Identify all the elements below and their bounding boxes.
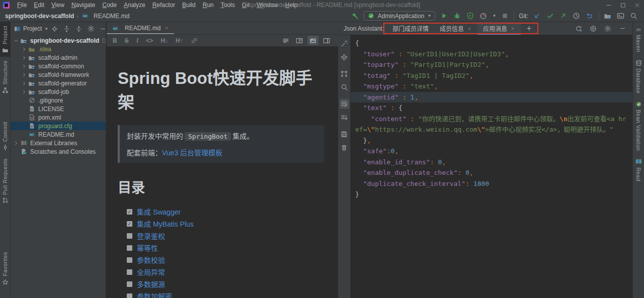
tool-button-structure[interactable]: Structure	[0, 57, 10, 97]
settings-icon[interactable]	[604, 25, 612, 33]
italic-button[interactable]: I	[136, 37, 139, 44]
vcs-commit-icon[interactable]	[546, 12, 554, 20]
menu-navigate[interactable]: Navigate	[68, 1, 99, 10]
toc-link[interactable]: 集成 Swagger	[137, 207, 181, 217]
menu-view[interactable]: View	[48, 1, 68, 10]
collapse-all-icon[interactable]	[75, 25, 83, 33]
chevron-right-icon[interactable]	[21, 46, 28, 52]
build-hammer-icon[interactable]	[351, 12, 359, 20]
menu-analyze[interactable]: Analyze	[120, 1, 149, 10]
refresh-icon[interactable]	[575, 25, 583, 33]
hide-icon[interactable]	[618, 25, 626, 33]
chevron-right-icon[interactable]	[13, 140, 20, 146]
breadcrumb-project[interactable]: springboot-dev-scaffold	[5, 13, 74, 20]
tool-button-bean-validation[interactable]: Bean Validation	[633, 97, 644, 154]
project-panel-title[interactable]: Project	[23, 25, 42, 32]
json-tab-部门成员详情[interactable]: 部门成员详情	[387, 22, 434, 35]
tree-row-scaffold-admin[interactable]: scaffold-admin	[11, 53, 106, 62]
tree-row-scratches-and-consoles[interactable]: Scratches and Consoles	[11, 147, 106, 156]
json-tab-应用消息[interactable]: 应用消息	[477, 22, 521, 35]
hide-icon[interactable]	[99, 25, 106, 33]
tool-button-maven[interactable]: mMaven	[633, 22, 644, 56]
tree-row--idea[interactable]: .idea	[11, 45, 106, 53]
json-editor-content[interactable]: { "touser" : "UserID1|UserID2|UserID3", …	[351, 35, 632, 298]
split-view-button[interactable]	[294, 36, 305, 45]
run-icon[interactable]	[440, 12, 448, 20]
tree-row-pom-xml[interactable]: mpom.xml	[11, 113, 106, 122]
menu-edit[interactable]: Edit	[30, 1, 48, 10]
terminal-icon[interactable]	[616, 12, 625, 20]
strikethrough-button[interactable]: S	[125, 37, 129, 44]
chevron-down-icon[interactable]: ▼	[44, 27, 48, 31]
save-button[interactable]	[340, 129, 349, 139]
collapse-json-button[interactable]	[340, 52, 349, 62]
toc-link[interactable]: 参数校验	[137, 255, 165, 265]
tool-button-pull-requests[interactable]: Pull Requests	[0, 155, 10, 208]
settings-icon[interactable]	[87, 25, 95, 33]
vue3-template-link[interactable]: Vue3 后台管理模板	[162, 149, 222, 157]
editor-only-button[interactable]	[280, 36, 291, 45]
vcs-push-icon[interactable]	[559, 12, 568, 20]
tool-button-read[interactable]: Read	[633, 155, 644, 185]
maximize-button[interactable]	[616, 0, 630, 10]
run-configuration-select[interactable]: AdminApplication ▼	[364, 11, 436, 21]
debug-icon[interactable]	[453, 12, 461, 20]
tree-row-readme-md[interactable]: MDREADME.md	[11, 130, 106, 139]
delete-button[interactable]	[340, 143, 349, 152]
tree-row-scaffold-common[interactable]: scaffold-common	[11, 62, 106, 70]
rollback-icon[interactable]	[585, 12, 594, 20]
breadcrumb-file[interactable]: MD README.md	[81, 12, 129, 20]
code-button[interactable]: <>	[146, 37, 153, 44]
chevron-right-icon[interactable]	[21, 72, 28, 78]
locate-icon[interactable]	[51, 25, 58, 33]
toc-link[interactable]: 全局异常	[137, 267, 165, 277]
toc-link[interactable]: 参数加解密	[137, 291, 172, 298]
toc-link[interactable]: 幂等性	[137, 243, 158, 253]
chevron-right-icon[interactable]	[21, 55, 28, 61]
tool-button-database[interactable]: Database	[633, 56, 644, 97]
menu-build[interactable]: Build	[179, 1, 199, 10]
header-down-button[interactable]: H↓	[160, 37, 168, 44]
vcs-update-icon[interactable]	[533, 12, 541, 20]
bold-button[interactable]: B	[113, 37, 117, 44]
chevron-down-icon[interactable]: ▼	[492, 14, 496, 18]
chevron-right-icon[interactable]	[21, 63, 28, 69]
preview-only-button[interactable]	[307, 36, 318, 45]
tree-row-external-libraries[interactable]: External Libraries	[11, 139, 106, 147]
menu-tools[interactable]: Tools	[217, 1, 238, 10]
toc-link[interactable]: 集成 MyBatis Plus	[137, 219, 194, 229]
menu-code[interactable]: Code	[99, 1, 120, 10]
toc-link[interactable]: 多数据源	[137, 279, 165, 289]
expand-all-icon[interactable]	[63, 25, 70, 33]
editor-tab-readme[interactable]: MD README.md	[107, 22, 174, 34]
stop-icon[interactable]	[501, 12, 509, 20]
remote-folder-icon[interactable]	[603, 12, 612, 20]
tree-row-license[interactable]: LICENSE	[11, 105, 106, 113]
menu-file[interactable]: File	[14, 1, 30, 10]
coverage-icon[interactable]	[466, 12, 474, 20]
search-icon[interactable]	[629, 12, 638, 20]
search-button[interactable]	[340, 82, 349, 92]
tool-button-project[interactable]: Project	[0, 22, 10, 57]
tool-button-commit[interactable]: Commit	[0, 118, 10, 154]
tree-row-scaffold-generator[interactable]: scaffold-generator	[11, 79, 106, 87]
close-button[interactable]	[630, 0, 644, 10]
tree-row--gitignore[interactable]: .gitignore	[11, 96, 106, 105]
sort-button[interactable]	[340, 113, 349, 122]
close-icon[interactable]	[510, 26, 515, 31]
chevron-down-icon[interactable]	[13, 38, 20, 44]
settings-outline-icon[interactable]	[589, 25, 597, 33]
close-icon[interactable]	[164, 25, 170, 31]
history-icon[interactable]	[572, 12, 581, 20]
tree-row-scaffold-framework[interactable]: scaffold-framework	[11, 70, 106, 79]
scroll-sync-button[interactable]	[321, 36, 332, 45]
chevron-right-icon[interactable]	[21, 89, 28, 95]
profiler-icon[interactable]	[479, 12, 488, 20]
minimize-button[interactable]	[602, 0, 616, 10]
link-button[interactable]	[191, 37, 198, 44]
structure-view-button[interactable]	[340, 69, 349, 78]
tool-button-favorites[interactable]: Favorites	[0, 248, 10, 289]
chevron-right-icon[interactable]	[21, 80, 28, 86]
tree-row-proguard-cfg[interactable]: proguard.cfg	[11, 122, 106, 130]
json-tab-成员信息[interactable]: 成员信息	[434, 22, 477, 35]
